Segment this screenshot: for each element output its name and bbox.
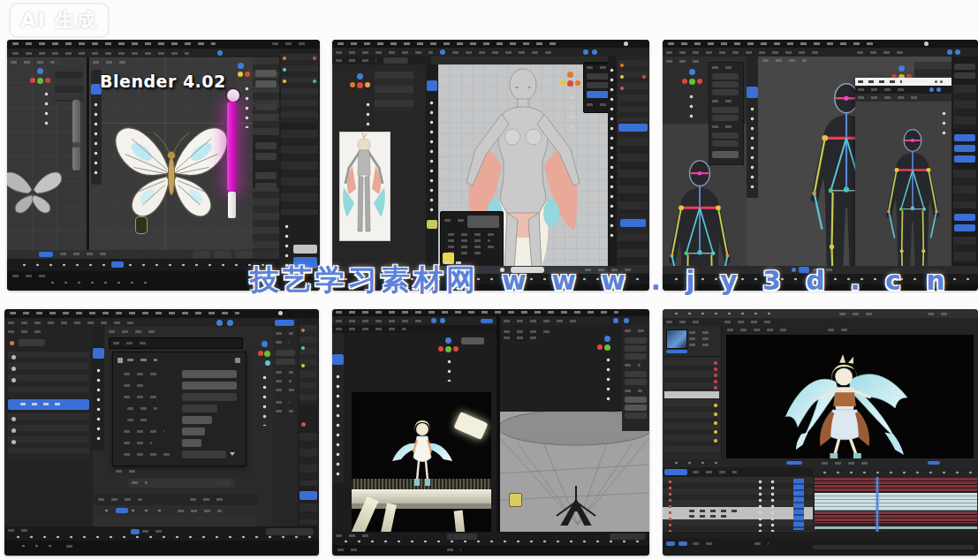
nav-gizmo-blue-icon[interactable] — [898, 65, 905, 72]
nav-gizmo-green-icon[interactable] — [445, 346, 451, 352]
active-tool-button[interactable] — [93, 348, 104, 359]
window-title-bar[interactable] — [855, 78, 951, 86]
selected-row[interactable] — [8, 399, 89, 410]
tool-icons[interactable] — [666, 309, 772, 318]
prop-field[interactable] — [625, 345, 647, 352]
outliner-panel[interactable] — [4, 327, 93, 526]
snap-icon[interactable] — [217, 50, 223, 56]
menu-blue-icon[interactable] — [929, 87, 934, 92]
transport-strip[interactable] — [663, 458, 978, 467]
blue-button[interactable] — [954, 134, 975, 141]
blue-label[interactable] — [481, 319, 493, 323]
active-tool-button[interactable] — [427, 80, 437, 91]
prop-field[interactable] — [255, 80, 277, 87]
nav-gizmo-green-icon[interactable] — [604, 344, 610, 351]
workspace-tabs[interactable] — [839, 313, 875, 315]
prop-field[interactable] — [712, 89, 739, 95]
left-viewport[interactable] — [7, 57, 87, 250]
prop-field[interactable] — [625, 353, 647, 359]
option-dots[interactable] — [689, 92, 694, 122]
menu-bar[interactable] — [332, 40, 649, 48]
context-menu-popup[interactable] — [440, 211, 504, 268]
viewport-toolbar[interactable] — [332, 333, 344, 483]
outliner-rows[interactable] — [8, 413, 89, 459]
props-rows[interactable] — [299, 433, 317, 486]
gizmo-red2-icon[interactable] — [697, 79, 702, 84]
window-icon[interactable] — [278, 311, 283, 315]
option-dots[interactable] — [447, 357, 451, 382]
footer-button[interactable] — [193, 251, 210, 258]
selected-item-row[interactable] — [664, 391, 719, 398]
gizmo-green-icon[interactable] — [689, 79, 695, 85]
prop-field[interactable] — [276, 359, 295, 365]
prop-field[interactable] — [625, 371, 647, 377]
viewport-option-dots[interactable] — [44, 89, 49, 130]
center-editor[interactable] — [93, 327, 257, 526]
menu-item[interactable] — [448, 233, 496, 236]
gizmo-blue-icon[interactable] — [262, 341, 268, 347]
window-icon[interactable] — [624, 42, 628, 46]
eye-icon[interactable] — [11, 428, 16, 433]
track-group-red2[interactable] — [815, 511, 977, 523]
toolbar-buttons[interactable] — [336, 372, 340, 478]
row-field[interactable] — [182, 393, 237, 401]
overlay-icon[interactable] — [583, 49, 588, 55]
value-field[interactable] — [293, 245, 317, 254]
row-field[interactable] — [182, 382, 237, 390]
selected-row[interactable] — [618, 124, 648, 132]
prop-field[interactable] — [255, 172, 277, 179]
prop-field[interactable] — [712, 115, 739, 121]
maximize-icon[interactable] — [935, 80, 937, 83]
right-outliner-panel[interactable] — [298, 318, 319, 526]
menu-bar[interactable] — [663, 40, 978, 48]
track-group-red[interactable] — [815, 478, 977, 492]
mini-props-panel[interactable] — [375, 72, 413, 112]
switch-column[interactable] — [758, 479, 762, 532]
mini-props-panel[interactable] — [55, 64, 83, 102]
outliner-rows[interactable] — [281, 54, 318, 123]
prop-field[interactable] — [625, 412, 647, 419]
row-field[interactable] — [182, 439, 201, 447]
shading-icon[interactable] — [431, 318, 436, 323]
editor-toolbar[interactable] — [93, 327, 104, 450]
nav-gizmo-blue-icon[interactable] — [604, 336, 610, 342]
nav-gizmo-yellow-icon[interactable] — [560, 80, 565, 86]
blue-button[interactable] — [954, 155, 975, 163]
xray-icon[interactable] — [592, 49, 597, 55]
h-scrollbar[interactable] — [813, 545, 974, 549]
tool-header-bar[interactable] — [4, 318, 319, 327]
right-outliner-panel[interactable] — [617, 57, 649, 266]
prop-field[interactable] — [712, 140, 739, 147]
nav-gizmo-blue-icon[interactable] — [238, 63, 244, 69]
lower-editor-toolbar[interactable] — [93, 505, 257, 516]
timeline-panel[interactable] — [663, 467, 978, 538]
timeline[interactable] — [7, 259, 279, 271]
properties-panel[interactable] — [253, 57, 279, 250]
footer-chip[interactable] — [679, 541, 687, 546]
props-rows[interactable] — [953, 170, 976, 208]
gizmo-x2-axis-icon[interactable] — [45, 78, 50, 83]
blue-button[interactable] — [954, 224, 975, 231]
menu-item[interactable] — [448, 246, 494, 248]
tool-header-bar[interactable] — [332, 48, 649, 57]
row-dropdown[interactable] — [182, 450, 226, 458]
prop-field[interactable] — [712, 107, 739, 113]
render-viewport[interactable] — [332, 316, 497, 532]
props-rows[interactable] — [299, 503, 317, 525]
gizmo-orange2-icon[interactable] — [365, 82, 370, 87]
row-field[interactable] — [182, 370, 237, 378]
prop-field[interactable] — [276, 350, 295, 356]
prop-field[interactable] — [255, 70, 277, 77]
toolbar-buttons[interactable] — [429, 98, 434, 213]
menu-bar[interactable] — [4, 309, 319, 318]
prop-field[interactable] — [255, 142, 277, 149]
lower-editor-body[interactable] — [93, 516, 257, 526]
preset-icon[interactable] — [235, 358, 240, 363]
wireframe-viewport[interactable] — [500, 316, 649, 532]
footer-chip[interactable] — [39, 252, 53, 257]
layer-rows[interactable] — [663, 477, 813, 507]
app-toolbar[interactable] — [663, 309, 978, 318]
eye-icon[interactable] — [11, 378, 16, 382]
selected-row[interactable] — [299, 491, 317, 500]
outliner-rows[interactable] — [8, 352, 89, 397]
